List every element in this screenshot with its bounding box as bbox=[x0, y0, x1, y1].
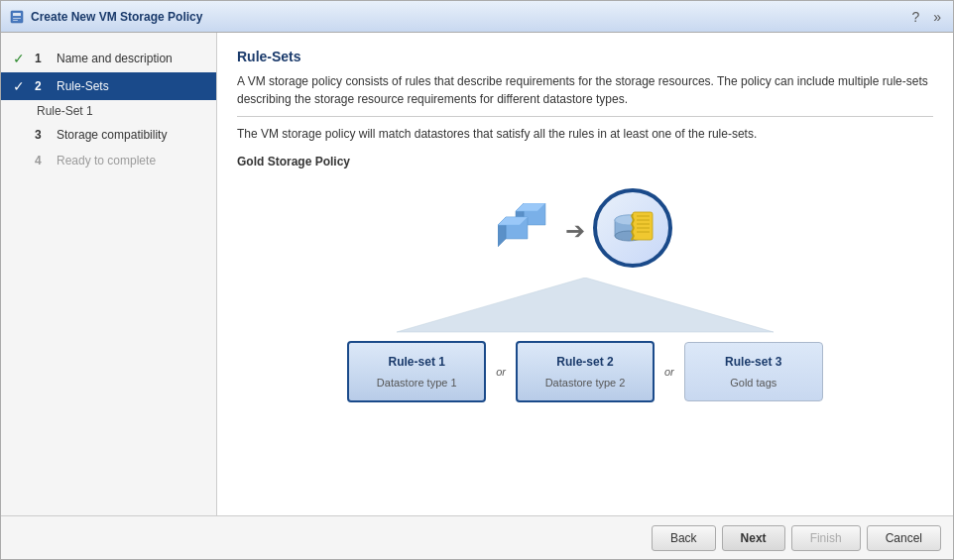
ruleset-2-subtitle: Datastore type 2 bbox=[526, 377, 645, 389]
rulesets-row: Rule-set 1 Datastore type 1 or Rule-set … bbox=[347, 341, 823, 402]
svg-rect-1 bbox=[13, 13, 21, 16]
ruleset-card-3: Rule-set 3 Gold tags bbox=[684, 342, 823, 401]
step3-num: 3 bbox=[35, 128, 51, 142]
ruleset-card-1: Rule-set 1 Datastore type 1 bbox=[347, 341, 486, 402]
main-body: ✓ 1 Name and description ✓ 2 Rule-Sets R… bbox=[1, 33, 953, 515]
policy-name-label: Gold Storage Policy bbox=[237, 155, 933, 168]
svg-rect-2 bbox=[13, 18, 21, 19]
or-text-1: or bbox=[486, 366, 516, 378]
ruleset-card-2: Rule-set 2 Datastore type 2 bbox=[516, 341, 655, 402]
dialog-title: Create New VM Storage Policy bbox=[31, 10, 202, 24]
title-bar-left: Create New VM Storage Policy bbox=[9, 9, 202, 25]
svg-rect-0 bbox=[11, 11, 23, 23]
svg-marker-20 bbox=[397, 278, 774, 332]
content-desc1: A VM storage policy consists of rules th… bbox=[237, 72, 933, 108]
svg-rect-3 bbox=[13, 20, 18, 21]
sidebar-item-step2a[interactable]: Rule-Set 1 bbox=[1, 100, 216, 122]
step1-label: Name and description bbox=[57, 52, 173, 65]
step4-num: 4 bbox=[35, 154, 51, 168]
dialog: Create New VM Storage Policy ? » ✓ 1 Nam… bbox=[0, 0, 954, 560]
top-icons: ➔ bbox=[498, 178, 672, 278]
ruleset-3-subtitle: Gold tags bbox=[693, 377, 814, 389]
check-icon-step1: ✓ bbox=[13, 51, 29, 66]
dialog-icon bbox=[9, 9, 25, 25]
diagram-area: ➔ bbox=[237, 178, 933, 402]
next-button[interactable]: Next bbox=[722, 525, 785, 551]
divider bbox=[237, 116, 933, 117]
ruleset-3-title: Rule-set 3 bbox=[693, 355, 814, 369]
step1-num: 1 bbox=[35, 52, 51, 65]
step2-label: Rule-Sets bbox=[57, 79, 109, 93]
diagram-inner: ➔ bbox=[327, 178, 843, 402]
small-cubes bbox=[498, 203, 557, 263]
finish-button: Finish bbox=[791, 525, 861, 551]
content-title: Rule-Sets bbox=[237, 49, 933, 64]
title-bar: Create New VM Storage Policy ? » bbox=[1, 1, 953, 33]
ruleset-1-subtitle: Datastore type 1 bbox=[357, 377, 476, 389]
content-area: Rule-Sets A VM storage policy consists o… bbox=[217, 33, 953, 515]
help-button[interactable]: ? bbox=[907, 9, 923, 25]
expand-button[interactable]: » bbox=[929, 9, 945, 25]
or-text-2: or bbox=[655, 366, 684, 378]
ruleset-2-title: Rule-set 2 bbox=[526, 355, 645, 369]
sidebar-item-step3[interactable]: 3 Storage compatibility bbox=[1, 122, 216, 148]
sidebar: ✓ 1 Name and description ✓ 2 Rule-Sets R… bbox=[1, 33, 217, 515]
db-scroll-svg bbox=[607, 202, 658, 254]
ruleset-1-title: Rule-set 1 bbox=[357, 355, 476, 369]
step2a-label: Rule-Set 1 bbox=[37, 104, 93, 118]
footer: Back Next Finish Cancel bbox=[1, 515, 953, 559]
step4-label: Ready to complete bbox=[57, 154, 156, 168]
step3-label: Storage compatibility bbox=[57, 128, 167, 142]
pyramid-svg bbox=[327, 278, 843, 337]
title-bar-controls: ? » bbox=[907, 9, 945, 25]
step2-num: 2 bbox=[35, 79, 51, 93]
back-button[interactable]: Back bbox=[652, 525, 716, 551]
content-desc2: The VM storage policy will match datasto… bbox=[237, 125, 933, 143]
sidebar-item-step4: 4 Ready to complete bbox=[1, 148, 216, 173]
cancel-button[interactable]: Cancel bbox=[867, 525, 941, 551]
sidebar-item-step2[interactable]: ✓ 2 Rule-Sets bbox=[1, 72, 216, 100]
db-circle-icon bbox=[593, 188, 672, 268]
check-icon-step2: ✓ bbox=[13, 78, 29, 94]
cube-icon bbox=[498, 203, 552, 258]
arrow-icon: ➔ bbox=[565, 217, 585, 245]
sidebar-item-step1[interactable]: ✓ 1 Name and description bbox=[1, 45, 216, 72]
